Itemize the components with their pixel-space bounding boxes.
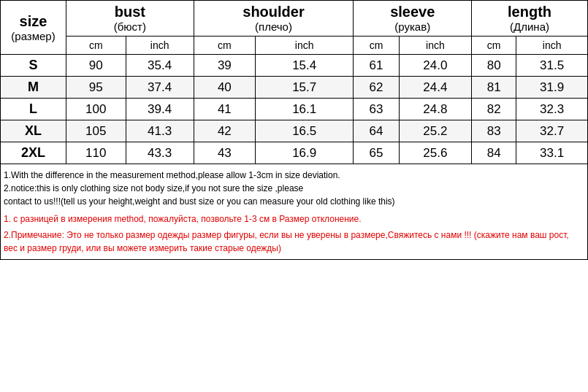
size-sublabel: (размер) (2, 30, 64, 42)
sleeve-cm-cell: 62 (354, 77, 399, 99)
sleeve-inch-cell: 25.2 (399, 120, 471, 142)
length-cm-unit: cm (472, 36, 516, 55)
length-cm-cell: 81 (472, 77, 516, 99)
size-label: size (2, 13, 64, 30)
table-row: S9035.43915.46124.08031.5 (1, 55, 588, 77)
table-row: L10039.44116.16324.88232.3 (1, 99, 588, 120)
bust-inch-cell: 39.4 (126, 99, 194, 120)
length-label: length (473, 4, 586, 20)
shoulder-cm-cell: 40 (194, 77, 255, 99)
bust-inch-unit: inch (126, 36, 194, 55)
bust-inch-cell: 43.3 (126, 142, 194, 164)
length-sublabel: (Длина) (473, 20, 586, 33)
sleeve-cm-cell: 64 (354, 120, 399, 142)
length-inch-cell: 33.1 (516, 142, 588, 164)
shoulder-inch-unit: inch (256, 36, 354, 55)
size-cell: L (1, 99, 66, 120)
bust-cm-cell: 105 (66, 120, 126, 142)
sleeve-sublabel: (рукав) (355, 20, 470, 33)
note-en2a: 2.notice:this is only clothing size not … (4, 182, 584, 195)
sleeve-cm-cell: 61 (354, 55, 399, 77)
size-cell: 2XL (1, 142, 66, 164)
bust-cm-cell: 90 (66, 55, 126, 77)
shoulder-header: shoulder (плечо) (194, 1, 354, 36)
shoulder-inch-cell: 16.5 (256, 120, 354, 142)
length-inch-cell: 31.9 (516, 77, 588, 99)
bust-cm-unit: cm (66, 36, 126, 55)
bust-label: bust (68, 4, 192, 20)
length-inch-cell: 32.7 (516, 120, 588, 142)
size-cell: S (1, 55, 66, 77)
shoulder-inch-cell: 15.7 (256, 77, 354, 99)
length-cm-cell: 84 (472, 142, 516, 164)
bust-inch-cell: 41.3 (126, 120, 194, 142)
table-row: 2XL11043.34316.96525.68433.1 (1, 142, 588, 164)
shoulder-cm-cell: 41 (194, 99, 255, 120)
bust-header: bust (бюст) (66, 1, 194, 36)
bust-cm-cell: 110 (66, 142, 126, 164)
sleeve-inch-unit: inch (399, 36, 471, 55)
shoulder-cm-cell: 43 (194, 142, 255, 164)
note-en1: 1.With the difference in the measurement… (4, 169, 584, 182)
table-row: M9537.44015.76224.48131.9 (1, 77, 588, 99)
sleeve-cm-cell: 65 (354, 142, 399, 164)
notes-section: 1.With the difference in the measurement… (0, 164, 588, 260)
sleeve-cm-cell: 63 (354, 99, 399, 120)
shoulder-inch-cell: 15.4 (256, 55, 354, 77)
length-cm-cell: 83 (472, 120, 516, 142)
size-chart-container: size (размер) bust (бюст) shoulder (плеч… (0, 0, 588, 260)
sleeve-inch-cell: 24.4 (399, 77, 471, 99)
length-cm-cell: 80 (472, 55, 516, 77)
shoulder-label: shoulder (196, 4, 352, 20)
sleeve-inch-cell: 25.6 (399, 142, 471, 164)
shoulder-sublabel: (плечо) (196, 20, 352, 33)
size-cell: M (1, 77, 66, 99)
note-ru2: 2.Примечание: Это не только размер одежд… (4, 228, 584, 255)
note-ru1: 1. с разницей в измерения method, пожалу… (4, 212, 584, 226)
size-table: size (размер) bust (бюст) shoulder (плеч… (0, 0, 588, 164)
length-cm-cell: 82 (472, 99, 516, 120)
shoulder-cm-unit: cm (194, 36, 255, 55)
shoulder-inch-cell: 16.9 (256, 142, 354, 164)
size-cell: XL (1, 120, 66, 142)
bust-inch-cell: 35.4 (126, 55, 194, 77)
sleeve-label: sleeve (355, 4, 470, 20)
size-header: size (размер) (1, 1, 66, 55)
shoulder-cm-cell: 42 (194, 120, 255, 142)
table-row: XL10541.34216.56425.28332.7 (1, 120, 588, 142)
length-inch-unit: inch (516, 36, 588, 55)
sleeve-header: sleeve (рукав) (354, 1, 472, 36)
shoulder-cm-cell: 39 (194, 55, 255, 77)
note-en2b: contact to us!!!(tell us your height,wei… (4, 195, 584, 208)
bust-sublabel: (бюст) (68, 20, 192, 33)
sleeve-inch-cell: 24.0 (399, 55, 471, 77)
sleeve-inch-cell: 24.8 (399, 99, 471, 120)
length-header: length (Длина) (472, 1, 588, 36)
shoulder-inch-cell: 16.1 (256, 99, 354, 120)
bust-inch-cell: 37.4 (126, 77, 194, 99)
bust-cm-cell: 95 (66, 77, 126, 99)
sleeve-cm-unit: cm (354, 36, 399, 55)
bust-cm-cell: 100 (66, 99, 126, 120)
length-inch-cell: 32.3 (516, 99, 588, 120)
length-inch-cell: 31.5 (516, 55, 588, 77)
